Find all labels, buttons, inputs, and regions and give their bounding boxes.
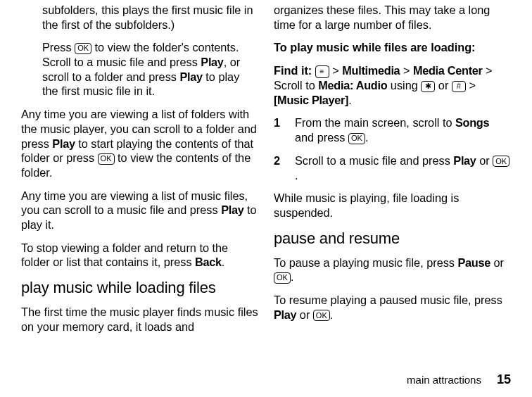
text: >: [466, 79, 476, 92]
text: .: [365, 131, 369, 144]
list-item: 2 Scroll to a music file and press Play …: [274, 153, 511, 182]
text: or: [435, 79, 452, 92]
paragraph: Any time you are viewing a list of folde…: [21, 107, 258, 179]
bold-text: Find it:: [274, 64, 315, 77]
list-number: 1: [274, 115, 295, 144]
text: subfolders, this plays the first music f…: [42, 4, 253, 31]
paragraph: To stop viewing a folder and return to t…: [21, 241, 258, 270]
text: .: [222, 256, 225, 268]
ok-key-icon: OK: [274, 272, 291, 284]
text: To resume playing a paused music file, p…: [274, 294, 502, 306]
ok-key-icon: OK: [348, 133, 365, 144]
bold-text: [Music Player]: [274, 94, 348, 106]
text: >: [329, 64, 343, 77]
footer-section-label: main attractions: [407, 374, 481, 386]
ok-key-icon: OK: [98, 153, 115, 165]
text: and press: [295, 131, 348, 144]
star-key-icon: ✱: [421, 81, 435, 92]
paragraph-bold: To play music while files are loading:: [274, 40, 511, 55]
text: >: [400, 64, 413, 77]
list-body: Scroll to a music file and press Play or…: [295, 153, 511, 182]
heading-pause-resume: pause and resume: [274, 229, 511, 248]
heading-play-while-loading: play music while loading files: [21, 278, 258, 298]
bold-text: Multimedia: [342, 64, 400, 77]
paragraph: The first time the music player finds mu…: [21, 305, 258, 334]
bold-text: Play: [201, 56, 223, 68]
ok-key-icon: OK: [493, 156, 509, 167]
text: .: [295, 169, 298, 182]
bold-text: Back: [195, 256, 222, 268]
paragraph: To resume playing a paused music file, p…: [274, 293, 511, 322]
menu-key-icon: ≡: [315, 65, 329, 78]
paragraph: subfolders, this plays the first music f…: [21, 3, 258, 32]
list-body: From the main screen, scroll to Songs an…: [295, 115, 511, 144]
paragraph: Any time you are viewing a list of music…: [21, 189, 258, 232]
paragraph: Press OK to view the folder's contents. …: [21, 40, 258, 99]
paragraph: While music is playing, file loading is …: [274, 191, 511, 220]
text: or: [296, 308, 313, 321]
ok-key-icon: OK: [75, 43, 91, 54]
page-footer: main attractions 15: [407, 372, 511, 387]
text: While music is playing, file loading is …: [274, 191, 459, 219]
bold-text: Songs: [455, 116, 489, 129]
bold-text: Media Center: [413, 64, 483, 77]
text: .: [330, 308, 334, 321]
paragraph: To pause a playing music file, press Pau…: [274, 256, 511, 284]
bold-text: Play: [221, 203, 243, 216]
bold-text: Play: [179, 70, 202, 83]
ok-key-icon: OK: [313, 310, 330, 321]
text: or: [490, 256, 504, 269]
right-column: organizes these files. This may take a l…: [274, 3, 511, 342]
left-column: subfolders, this plays the first music f…: [21, 3, 258, 342]
text: From the main screen, scroll to: [295, 116, 455, 129]
hash-key-icon: #: [452, 81, 466, 92]
bold-text: To play music while files are loading:: [274, 41, 476, 53]
list-item: 1 From the main screen, scroll to Songs …: [274, 115, 511, 144]
text: organizes these files. This may take a l…: [274, 4, 490, 31]
page-number: 15: [497, 372, 511, 387]
text: using: [387, 79, 421, 92]
text: .: [291, 270, 294, 283]
text: Any time you are viewing a list of music…: [21, 189, 248, 217]
bold-text: Pause: [458, 256, 490, 269]
text: To pause a playing music file, press: [274, 256, 458, 269]
bold-text: Play: [453, 154, 476, 167]
text: or: [476, 154, 493, 167]
find-it-path: Find it: ≡ > Multimedia > Media Center >…: [274, 63, 511, 107]
list-number: 2: [274, 153, 295, 182]
text: Scroll to a music file and press: [295, 154, 453, 167]
paragraph: organizes these files. This may take a l…: [274, 3, 511, 32]
bold-text: Play: [52, 137, 75, 150]
bold-text: Play: [274, 308, 296, 321]
text: The first time the music player finds mu…: [21, 305, 258, 333]
text: Press: [42, 41, 75, 53]
text: .: [348, 94, 352, 106]
bold-text: Media: Audio: [318, 79, 387, 92]
